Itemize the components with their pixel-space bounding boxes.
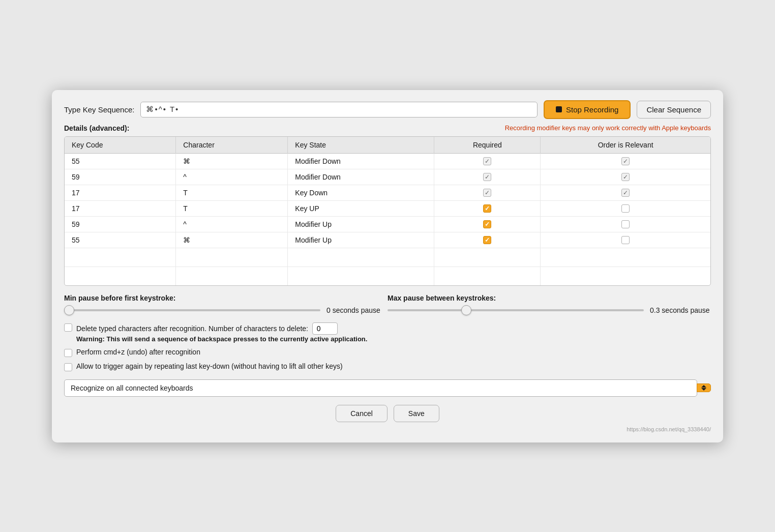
stop-recording-label: Stop Recording (566, 105, 618, 114)
stepper-down-icon[interactable] (701, 388, 706, 391)
type-key-label: Type Key Sequence: (64, 105, 134, 114)
cell-order-relevant[interactable]: ✓ (541, 153, 710, 169)
cell-key-state: Key UP (288, 200, 434, 216)
keyboard-select[interactable]: Recognize on all connected keyboards (64, 379, 697, 397)
key-sequence-table: Key Code Character Key State Required Or… (64, 136, 711, 286)
cell-required[interactable]: ✓ (434, 216, 541, 232)
order-checkbox[interactable] (621, 204, 630, 213)
cell-key-code: 59 (65, 169, 176, 185)
order-checkbox[interactable]: ✓ (621, 189, 630, 197)
table-row: 55 ⌘ Modifier Down ✓ ✓ (65, 153, 710, 169)
cell-required[interactable]: ✓ (434, 200, 541, 216)
cell-required[interactable]: ✓ (434, 232, 541, 248)
delete-warning: Warning: This will send a sequence of ba… (76, 335, 711, 343)
table-row: 59 ^ Modifier Down ✓ ✓ (65, 169, 710, 185)
cell-key-state: Modifier Up (288, 216, 434, 232)
stop-recording-button[interactable]: Stop Recording (544, 100, 631, 119)
required-checkbox[interactable]: ✓ (483, 204, 491, 213)
footer-url: https://blog.csdn.net/qq_3338440/ (64, 426, 711, 432)
cell-key-state: Modifier Down (288, 153, 434, 169)
keyboard-stepper[interactable] (697, 383, 711, 392)
table-row: 17 T Key UP ✓ (65, 200, 710, 216)
dialog: Type Key Sequence: Stop Recording Clear … (52, 90, 723, 442)
top-row: Type Key Sequence: Stop Recording Clear … (64, 100, 711, 119)
delete-checkbox[interactable] (64, 323, 72, 332)
bottom-buttons: Cancel Save (64, 405, 711, 422)
cell-key-code: 55 (65, 153, 176, 169)
sliders-section: Min pause before first keystroke: 0 seco… (64, 294, 711, 314)
order-checkbox[interactable]: ✓ (621, 157, 630, 165)
max-pause-label: Max pause between keystrokes: (387, 294, 711, 302)
warning-text: Recording modifier keys may only work co… (505, 124, 711, 132)
cell-character: ^ (176, 216, 288, 232)
max-pause-group: Max pause between keystrokes: 0.3 second… (387, 294, 711, 314)
trigger-again-option-text: Allow to trigger again by repeating last… (76, 362, 343, 370)
max-pause-value: 0.3 seconds pause (650, 306, 711, 314)
cell-character: T (176, 200, 288, 216)
stepper-up-icon[interactable] (701, 385, 706, 388)
min-pause-value: 0 seconds pause (326, 306, 387, 314)
required-checkbox[interactable]: ✓ (483, 173, 491, 181)
min-pause-slider-row: 0 seconds pause (64, 306, 387, 314)
max-pause-slider[interactable] (387, 309, 644, 311)
cancel-button[interactable]: Cancel (336, 405, 387, 422)
cell-order-relevant[interactable] (541, 232, 710, 248)
col-key-state: Key State (288, 137, 434, 154)
save-button[interactable]: Save (394, 405, 439, 422)
max-pause-slider-wrapper (387, 309, 644, 311)
cell-order-relevant[interactable]: ✓ (541, 169, 710, 185)
col-order-relevant: Order is Relevant (541, 137, 710, 154)
cell-key-state: Modifier Down (288, 169, 434, 185)
undo-option-row: Perform cmd+z (undo) after recognition (64, 348, 711, 357)
col-character: Character (176, 137, 288, 154)
cell-order-relevant[interactable] (541, 216, 710, 232)
delete-warning-text: Warning: This will send a sequence of ba… (76, 335, 367, 343)
table-row-empty (65, 248, 710, 267)
details-label: Details (advanced): (64, 124, 129, 132)
clear-sequence-button[interactable]: Clear Sequence (637, 101, 711, 119)
cell-order-relevant[interactable]: ✓ (541, 185, 710, 200)
min-pause-slider-wrapper (64, 309, 320, 311)
delete-count-input[interactable] (312, 322, 338, 335)
col-required: Required (434, 137, 541, 154)
cell-required[interactable]: ✓ (434, 153, 541, 169)
cell-key-state: Key Down (288, 185, 434, 200)
cell-required[interactable]: ✓ (434, 185, 541, 200)
stop-icon (556, 106, 562, 112)
delete-label-text: Delete typed characters after recognitio… (76, 324, 308, 333)
required-checkbox[interactable]: ✓ (483, 157, 491, 165)
delete-option-text: Delete typed characters after recognitio… (76, 322, 338, 335)
cell-character: ^ (176, 169, 288, 185)
delete-option-row: Delete typed characters after recognitio… (64, 322, 711, 335)
trigger-again-checkbox[interactable] (64, 363, 72, 371)
max-pause-slider-row: 0.3 seconds pause (387, 306, 711, 314)
options-section: Delete typed characters after recognitio… (64, 322, 711, 371)
cell-key-state: Modifier Up (288, 232, 434, 248)
cell-key-code: 55 (65, 232, 176, 248)
details-row: Details (advanced): Recording modifier k… (64, 124, 711, 132)
col-key-code: Key Code (65, 137, 176, 154)
keyboard-select-value: Recognize on all connected keyboards (71, 384, 193, 392)
cell-key-code: 17 (65, 200, 176, 216)
required-checkbox[interactable]: ✓ (483, 189, 491, 197)
cell-required[interactable]: ✓ (434, 169, 541, 185)
table-row: 17 T Key Down ✓ ✓ (65, 185, 710, 200)
order-checkbox[interactable] (621, 236, 630, 244)
min-pause-group: Min pause before first keystroke: 0 seco… (64, 294, 387, 314)
table-row: 59 ^ Modifier Up ✓ (65, 216, 710, 232)
cell-key-code: 59 (65, 216, 176, 232)
keyboard-select-row: Recognize on all connected keyboards (64, 379, 711, 397)
cell-character: ⌘ (176, 153, 288, 169)
min-pause-slider[interactable] (64, 309, 320, 311)
required-checkbox[interactable]: ✓ (483, 220, 491, 228)
undo-option-text: Perform cmd+z (undo) after recognition (76, 348, 200, 356)
order-checkbox[interactable] (621, 220, 630, 228)
key-sequence-input[interactable] (140, 102, 538, 117)
undo-checkbox[interactable] (64, 349, 72, 357)
table-row: 55 ⌘ Modifier Up ✓ (65, 232, 710, 248)
cell-order-relevant[interactable] (541, 200, 710, 216)
order-checkbox[interactable]: ✓ (621, 173, 630, 181)
required-checkbox[interactable]: ✓ (483, 236, 491, 244)
min-pause-label: Min pause before first keystroke: (64, 294, 387, 302)
cell-character: ⌘ (176, 232, 288, 248)
